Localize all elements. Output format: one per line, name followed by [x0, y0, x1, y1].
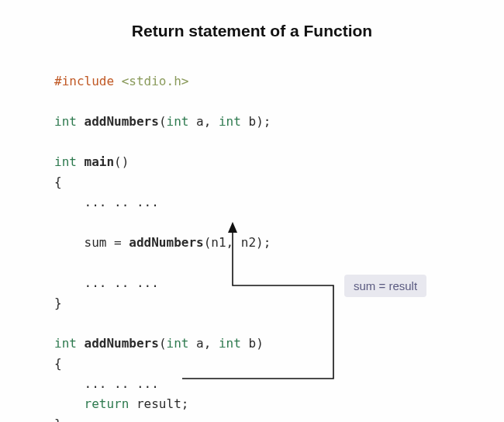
def-param1-name: a,	[188, 336, 219, 351]
main-fn-name: main	[85, 154, 115, 169]
main-brace-open: {	[54, 175, 62, 189]
ellipsis-3: ... .. ...	[54, 376, 159, 391]
proto-return-type: int	[54, 114, 77, 129]
proto-param2-name: b);	[241, 114, 271, 129]
call-args: (n1, n2);	[204, 235, 271, 250]
def-fn-name: addNumbers	[85, 336, 159, 351]
main-return-type: int	[54, 154, 77, 169]
def-param1-type: int	[167, 336, 189, 351]
main-parens: ()	[114, 154, 129, 169]
include-header: <stdio.h>	[122, 74, 189, 88]
def-brace-open: {	[54, 356, 62, 371]
include-keyword: #include	[54, 74, 114, 88]
def-return-type: int	[54, 336, 77, 351]
def-paren-open: (	[159, 336, 167, 351]
proto-fn-name: addNumbers	[85, 114, 159, 129]
proto-param2-type: int	[219, 114, 241, 129]
call-fn-name: addNumbers	[129, 235, 203, 250]
main-brace-close: }	[54, 296, 62, 310]
page: Return statement of a Function #include …	[0, 0, 504, 422]
return-keyword: return	[54, 396, 129, 411]
ellipsis-2: ... .. ...	[54, 275, 159, 290]
def-param2-name: b)	[241, 336, 264, 351]
proto-paren-open: (	[159, 114, 167, 129]
return-expr: result;	[129, 396, 188, 411]
call-line-pre: sum =	[54, 235, 129, 250]
def-param2-type: int	[219, 336, 241, 351]
ellipsis-1: ... .. ...	[54, 195, 159, 209]
proto-param1-type: int	[167, 114, 189, 129]
code-block: #include <stdio.h> int addNumbers(int a,…	[54, 71, 271, 422]
proto-param1-name: a,	[188, 114, 219, 129]
page-title: Return statement of a Function	[0, 22, 504, 40]
def-brace-close: }	[54, 417, 62, 422]
annotation-badge: sum = result	[344, 275, 426, 297]
